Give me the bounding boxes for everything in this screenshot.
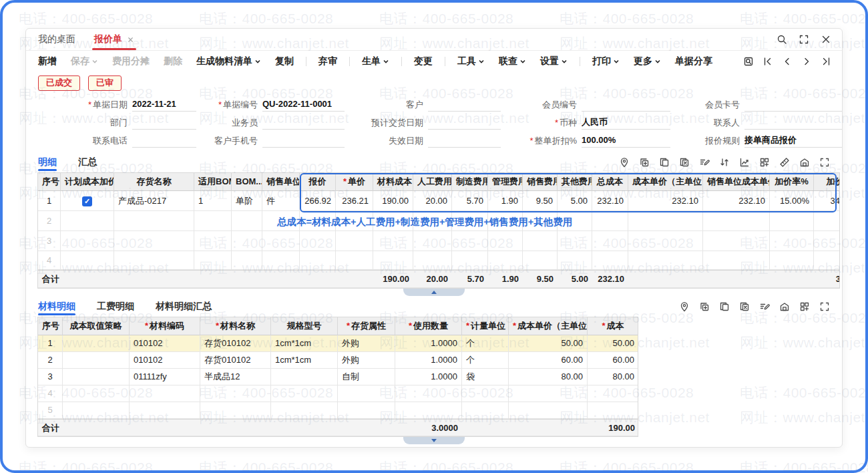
material-cell[interactable] bbox=[63, 352, 130, 369]
detail-cell[interactable]: 15.00% bbox=[770, 191, 814, 211]
ruler-icon[interactable] bbox=[779, 157, 790, 168]
material-cell[interactable]: 50.00 bbox=[509, 335, 588, 352]
material-cell[interactable]: 010102 bbox=[130, 352, 200, 369]
detail-cell[interactable] bbox=[373, 231, 413, 251]
detail-cell[interactable] bbox=[413, 231, 452, 251]
material-cell[interactable] bbox=[63, 402, 130, 419]
layout-icon[interactable] bbox=[759, 157, 770, 168]
detail-cell[interactable] bbox=[488, 251, 523, 270]
detail-tab-1[interactable]: 明细 bbox=[38, 152, 57, 172]
toolbar-item-13[interactable]: 打印 bbox=[592, 55, 620, 67]
detail-tab-2[interactable]: 汇总 bbox=[78, 152, 97, 172]
field-value-input[interactable] bbox=[428, 116, 501, 130]
batch-edit-icon[interactable] bbox=[699, 157, 710, 168]
material-cell[interactable] bbox=[588, 385, 638, 402]
detail-cell[interactable] bbox=[336, 251, 373, 270]
detail-cell[interactable]: 2 bbox=[38, 211, 61, 231]
detail-cell[interactable] bbox=[523, 231, 558, 251]
expand-icon[interactable] bbox=[799, 34, 809, 45]
material-cell[interactable]: 80.00 bbox=[509, 369, 588, 385]
material-cell[interactable]: 010102 bbox=[130, 335, 200, 352]
material-tab-3[interactable]: 材料明细汇总 bbox=[156, 297, 212, 317]
detail-cell[interactable]: 5.00 bbox=[558, 191, 592, 211]
nav-prev-icon[interactable] bbox=[782, 56, 793, 67]
toolbar-item-2[interactable]: 保存 bbox=[71, 55, 98, 67]
detail-cell[interactable] bbox=[232, 231, 262, 251]
detail-cell[interactable] bbox=[114, 231, 194, 251]
detail-cell[interactable] bbox=[770, 231, 814, 251]
material-cell[interactable] bbox=[395, 385, 462, 402]
window-tab-2[interactable]: 报价单 bbox=[94, 29, 134, 50]
field-value-input[interactable]: 人民币 bbox=[582, 116, 670, 130]
field-value-input[interactable] bbox=[744, 116, 843, 130]
material-cell[interactable]: 1.0000 bbox=[395, 352, 462, 369]
warehouse-icon[interactable] bbox=[799, 157, 810, 168]
field-value-input[interactable] bbox=[262, 134, 345, 148]
toolbar-item-1[interactable]: 新增 bbox=[38, 55, 57, 67]
material-cell[interactable] bbox=[338, 402, 395, 419]
detail-cell[interactable] bbox=[194, 231, 232, 251]
fullscreen-icon[interactable] bbox=[819, 157, 830, 168]
field-value-input[interactable]: 2022-11-21 bbox=[132, 98, 196, 112]
field-value-input[interactable] bbox=[132, 116, 196, 130]
detail-cell[interactable] bbox=[488, 231, 523, 251]
material-cell[interactable]: 个 bbox=[462, 352, 509, 369]
detail-cell[interactable]: ✓ bbox=[61, 191, 114, 211]
material-tab-2[interactable]: 工费明细 bbox=[97, 297, 134, 317]
material-cell[interactable] bbox=[271, 402, 338, 419]
material-cell[interactable]: 80.00 bbox=[588, 369, 638, 385]
material-cell[interactable]: 60.00 bbox=[588, 352, 638, 369]
field-value-input[interactable] bbox=[582, 98, 670, 112]
window-tab-1[interactable]: 我的桌面 bbox=[38, 29, 75, 50]
detail-cell[interactable] bbox=[232, 211, 262, 231]
toolbar-item-5[interactable]: 生成物料清单 bbox=[196, 55, 261, 67]
field-value-input[interactable] bbox=[744, 98, 843, 112]
detail-cell[interactable]: 9.50 bbox=[523, 191, 558, 211]
delete-rows-icon[interactable] bbox=[739, 301, 750, 312]
detail-cell[interactable] bbox=[61, 231, 114, 251]
detail-cell[interactable] bbox=[262, 231, 300, 251]
material-cell[interactable]: 1 bbox=[38, 335, 63, 352]
field-value-input[interactable] bbox=[428, 134, 501, 148]
material-cell[interactable]: 外购 bbox=[338, 352, 395, 369]
detail-cell[interactable] bbox=[770, 211, 814, 231]
material-cell[interactable] bbox=[509, 385, 588, 402]
detail-cell[interactable]: 件 bbox=[262, 191, 300, 211]
tab-close-icon[interactable] bbox=[127, 36, 134, 43]
material-cell[interactable]: 存货010102 bbox=[200, 335, 271, 352]
nav-first-icon[interactable] bbox=[763, 56, 773, 67]
nav-next-icon[interactable] bbox=[801, 56, 812, 67]
detail-cell[interactable] bbox=[628, 251, 703, 270]
material-cell[interactable]: 存货010102 bbox=[200, 352, 271, 369]
detail-cell[interactable]: 232.10 bbox=[628, 191, 703, 211]
toolbar-item-6[interactable]: 复制 bbox=[275, 55, 294, 67]
detail-cell[interactable] bbox=[703, 211, 770, 231]
collapse-handle-up[interactable] bbox=[403, 289, 465, 296]
field-value-input[interactable]: QU-2022-11-0001 bbox=[262, 98, 345, 112]
detail-cell[interactable]: 20.00 bbox=[413, 191, 452, 211]
material-cell[interactable]: 50.00 bbox=[588, 335, 638, 352]
material-cell[interactable] bbox=[200, 385, 271, 402]
detail-cell[interactable] bbox=[413, 251, 452, 270]
detail-cell[interactable]: 3 bbox=[38, 231, 61, 251]
detail-cell[interactable]: 190.00 bbox=[373, 191, 413, 211]
batch-add-icon[interactable] bbox=[699, 301, 710, 312]
detail-cell[interactable] bbox=[373, 251, 413, 270]
detail-cell[interactable] bbox=[61, 211, 114, 231]
detail-cell[interactable] bbox=[452, 231, 488, 251]
detail-cell[interactable] bbox=[300, 251, 336, 270]
material-cell[interactable] bbox=[588, 402, 638, 419]
material-cell[interactable]: 1cm*1cm bbox=[271, 335, 338, 352]
detail-cell[interactable] bbox=[300, 231, 336, 251]
chart-icon[interactable] bbox=[739, 157, 750, 168]
detail-cell[interactable]: 1.90 bbox=[488, 191, 523, 211]
toolbar-item-8[interactable]: 生单 bbox=[362, 55, 389, 67]
detail-cell[interactable]: 1 bbox=[38, 191, 61, 211]
copy-icon[interactable] bbox=[659, 157, 670, 168]
material-cell[interactable] bbox=[462, 385, 509, 402]
detail-cell[interactable] bbox=[194, 211, 232, 231]
toolbar-item-4[interactable]: 删除 bbox=[164, 55, 182, 67]
detail-cell[interactable] bbox=[232, 251, 262, 270]
material-cell[interactable]: 5 bbox=[38, 402, 63, 419]
batch-add-icon[interactable] bbox=[639, 157, 650, 168]
